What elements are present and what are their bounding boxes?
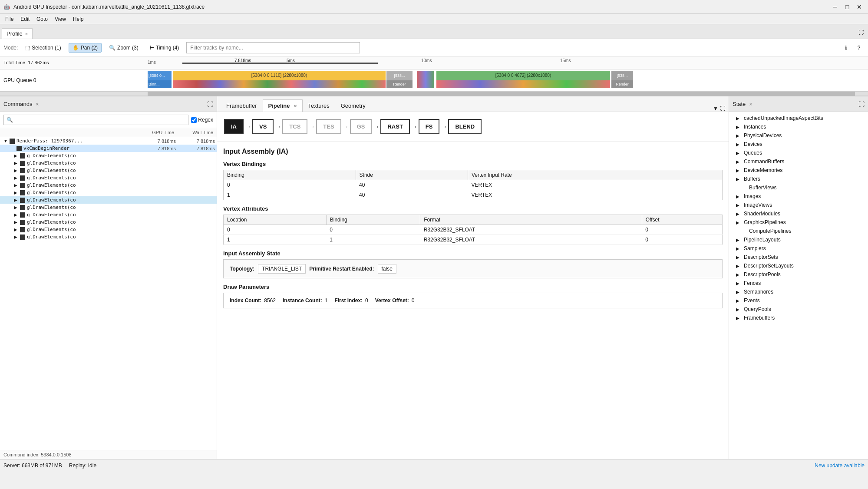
vertex-bindings-title: Vertex Bindings <box>223 161 723 167</box>
tree-item-events[interactable]: ▶ Events <box>729 296 868 305</box>
draw-expand-4[interactable]: ▶ <box>14 183 20 188</box>
tree-item-imageviews[interactable]: ▶ ImageViews <box>729 201 868 209</box>
draw-call-2[interactable]: ▶ glDrawElements(co <box>0 167 217 174</box>
time-range-bar[interactable] <box>182 63 378 64</box>
draw-call-6[interactable]: ▶ glDrawElements(co <box>0 196 217 204</box>
draw-call-10[interactable]: ▶ glDrawElements(co <box>0 226 217 233</box>
tree-item-descriptorpools[interactable]: ▶ DescriptorPools <box>729 270 868 279</box>
draw-expand-2[interactable]: ▶ <box>14 168 20 173</box>
maximize-button[interactable]: □ <box>842 2 852 12</box>
tab-pipeline-close[interactable]: × <box>294 103 297 109</box>
update-link[interactable]: New update available <box>815 463 865 469</box>
tree-item-instances[interactable]: ▶ Instances <box>729 122 868 131</box>
tab-pipeline[interactable]: Pipeline × <box>263 99 303 112</box>
tab-framebuffer[interactable]: Framebuffer <box>221 99 263 112</box>
tree-item-bufferviews[interactable]: BufferViews <box>729 183 868 192</box>
draw-call-3[interactable]: ▶ glDrawElements(co <box>0 174 217 182</box>
tree-item-querypools[interactable]: ▶ QueryPools <box>729 305 868 314</box>
gpu-queue-track[interactable]: [5384 0... Binn... [5384 0 0 1110] (2280… <box>148 70 868 91</box>
profile-tab[interactable]: Profile × <box>2 28 33 39</box>
draw-expand-1[interactable]: ▶ <box>14 161 20 165</box>
draw-expand-10[interactable]: ▶ <box>14 227 20 232</box>
tree-item-devices[interactable]: ▶ Devices <box>729 140 868 149</box>
group-expand-icon[interactable]: ▼ <box>3 139 10 143</box>
draw-expand-8[interactable]: ▶ <box>14 212 20 217</box>
draw-call-8[interactable]: ▶ glDrawElements(co <box>0 211 217 218</box>
commands-panel-close[interactable]: × <box>36 101 39 107</box>
tree-item-images[interactable]: ▶ Images <box>729 192 868 201</box>
draw-expand-0[interactable]: ▶ <box>14 153 20 158</box>
commands-search-input[interactable] <box>3 115 188 125</box>
draw-expand-6[interactable]: ▶ <box>14 198 20 202</box>
tree-item-buffers[interactable]: ▶ Buffers <box>729 175 868 183</box>
draw-call-4[interactable]: ▶ glDrawElements(co <box>0 182 217 189</box>
state-panel-close[interactable]: × <box>749 101 752 107</box>
help-button[interactable]: ? <box>853 42 865 53</box>
stage-VS[interactable]: VS <box>252 119 274 134</box>
mode-selection-button[interactable]: ⬚ Selection (1) <box>21 43 65 53</box>
tree-expand-6: ▶ <box>736 168 742 173</box>
draw-name-4: glDrawElements(co <box>27 182 215 188</box>
stage-RAST[interactable]: RAST <box>380 119 409 134</box>
draw-expand-11[interactable]: ▶ <box>14 235 20 239</box>
stage-BLEND[interactable]: BLEND <box>448 119 482 134</box>
tree-item-semaphores[interactable]: ▶ Semaphores <box>729 287 868 296</box>
mode-timing-button[interactable]: ⊢ Timing (4) <box>146 43 183 53</box>
draw-call-5[interactable]: ▶ glDrawElements(co <box>0 189 217 196</box>
menu-goto[interactable]: Goto <box>33 15 51 23</box>
commands-panel-expand[interactable]: ⛶ <box>207 101 213 108</box>
close-button[interactable]: ✕ <box>854 2 865 12</box>
draw-call-9[interactable]: ▶ glDrawElements(co <box>0 218 217 226</box>
minimize-button[interactable]: ─ <box>830 2 840 12</box>
stage-GS[interactable]: GS <box>350 119 372 134</box>
tree-item-shadermodules[interactable]: ▶ ShaderModules <box>729 209 868 218</box>
render-pass-group[interactable]: ▼ RenderPass: 12970367... 7.818ms 7.818m… <box>0 137 217 145</box>
tree-item-commandbuffers[interactable]: ▶ CommandBuffers <box>729 157 868 166</box>
draw-call-0[interactable]: ▶ glDrawElements(co <box>0 152 217 159</box>
draw-expand-3[interactable]: ▶ <box>14 175 20 180</box>
total-time-label: Total Time: 17.862ms <box>3 60 49 65</box>
timeline-scroll-thumb[interactable] <box>148 92 855 96</box>
tree-item-pipelinelayouts[interactable]: ▶ PipelineLayouts <box>729 235 868 244</box>
draw-expand-7[interactable]: ▶ <box>14 205 20 210</box>
draw-expand-5[interactable]: ▶ <box>14 190 20 195</box>
tree-item-devicememories[interactable]: ▶ DeviceMemories <box>729 166 868 175</box>
menu-view[interactable]: View <box>51 15 69 23</box>
mode-zoom-button[interactable]: 🔍 Zoom (3) <box>105 43 142 53</box>
menu-edit[interactable]: Edit <box>17 15 33 23</box>
expand-window-button[interactable]: ⛶ <box>856 27 866 38</box>
tree-item-descriptorsetlayouts[interactable]: ▶ DescriptorSetLayouts <box>729 261 868 270</box>
stage-IA[interactable]: IA <box>224 119 244 134</box>
tab-textures[interactable]: Textures <box>303 99 335 112</box>
profile-tab-close[interactable]: × <box>25 31 28 36</box>
draw-expand-9[interactable]: ▶ <box>14 220 20 225</box>
stage-TES[interactable]: TES <box>316 119 341 134</box>
tree-item-framebuffers[interactable]: ▶ Framebuffers <box>729 314 868 322</box>
menu-file[interactable]: File <box>2 15 17 23</box>
tree-item-physicaldevices[interactable]: ▶ PhysicalDevices <box>729 131 868 140</box>
tree-item-descriptorsets[interactable]: ▶ DescriptorSets <box>729 253 868 261</box>
mode-pan-button[interactable]: ✋ Pan (2) <box>69 43 102 53</box>
draw-call-1[interactable]: ▶ glDrawElements(co <box>0 159 217 167</box>
tree-item-cachedUnpacked[interactable]: ▶ cachedUnpackedImageAspectBits <box>729 114 868 122</box>
state-panel-expand[interactable]: ⛶ <box>858 101 865 108</box>
tree-item-computepipelines[interactable]: ComputePipelines <box>729 227 868 235</box>
begin-render-item[interactable]: vkCmdBeginRender 7.818ms 7.818ms <box>0 145 217 152</box>
stage-FS[interactable]: FS <box>419 119 440 134</box>
tabs-expand-button[interactable]: ⛶ <box>720 106 725 112</box>
tree-item-graphicspipelines[interactable]: ▶ GraphicsPipelines <box>729 218 868 227</box>
menu-help[interactable]: Help <box>69 15 87 23</box>
timeline-scrollbar[interactable] <box>0 91 868 96</box>
draw-call-11[interactable]: ▶ glDrawElements(co <box>0 233 217 241</box>
regex-checkbox[interactable] <box>191 117 197 123</box>
info-button[interactable]: ℹ <box>840 42 851 53</box>
filter-tracks-input[interactable] <box>186 42 360 53</box>
tab-geometry[interactable]: Geometry <box>335 99 371 112</box>
draw-call-7[interactable]: ▶ glDrawElements(co <box>0 204 217 211</box>
tabs-dropdown-button[interactable]: ▼ <box>713 106 718 112</box>
tree-item-queues[interactable]: ▶ Queues <box>729 149 868 157</box>
tree-item-samplers[interactable]: ▶ Samplers <box>729 244 868 253</box>
begin-render-name: vkCmdBeginRender <box>23 145 137 151</box>
stage-TCS[interactable]: TCS <box>282 119 307 134</box>
tree-item-fences[interactable]: ▶ Fences <box>729 279 868 287</box>
